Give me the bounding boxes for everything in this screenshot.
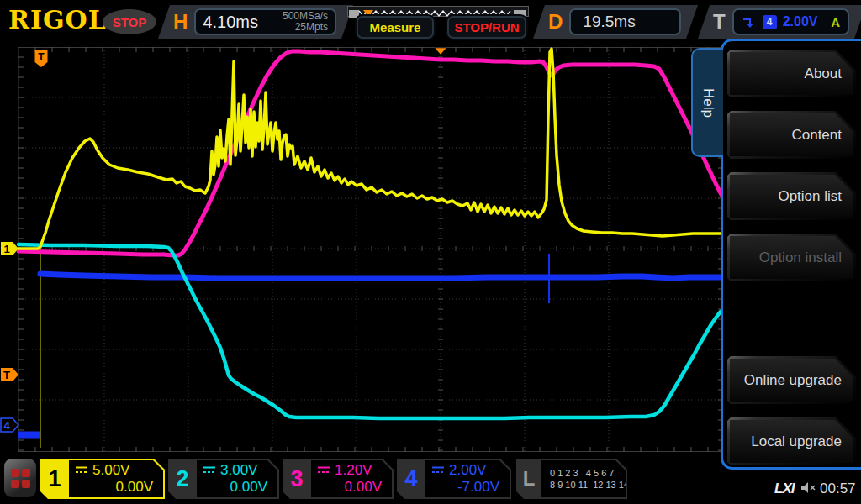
- channel1-scale: 5.00V: [92, 462, 129, 479]
- svg-text:T: T: [38, 51, 45, 63]
- channel4-number: 4: [397, 459, 425, 499]
- logic-channels-box[interactable]: L 0 1 2 3 4 5 6 78 9 10 11 12 13 14 15: [516, 459, 627, 499]
- delay-group[interactable]: D 19.5ms: [533, 5, 698, 39]
- logic-row1: 0 1 2 3 4 5 6 7: [550, 468, 614, 478]
- delay-value: 19.5ms: [583, 13, 635, 31]
- menu-item-option-install[interactable]: Option install: [727, 234, 856, 281]
- horizontal-label: H: [173, 10, 188, 34]
- measure-button[interactable]: Measure: [357, 16, 434, 39]
- channel3-scale: 1.20V: [335, 462, 372, 479]
- channel2-offset: 0.00V: [197, 479, 277, 496]
- channel2-number: 2: [168, 459, 197, 499]
- help-tab[interactable]: Help: [691, 48, 723, 157]
- svg-text:1: 1: [3, 243, 9, 255]
- oscilloscope-screen: RIGOL STOP H 4.10ms 500MSa/s25Mpts Measu…: [0, 0, 861, 504]
- channel3-box[interactable]: 3 1.20V 0.00V: [283, 459, 394, 499]
- rigol-logo: RIGOL: [8, 5, 107, 34]
- svg-text:4: 4: [3, 419, 10, 432]
- speaker-muted-icon: [800, 481, 817, 495]
- trigger-mode: A: [831, 15, 840, 29]
- dc-coupling-icon: [75, 465, 88, 475]
- trigger-group[interactable]: T 4 2.00V A: [698, 5, 861, 39]
- menu-item-online-upgrade[interactable]: Online upgrade: [727, 356, 856, 404]
- channel4-offset: -7.00V: [425, 479, 510, 496]
- trigger-level: 2.00V: [783, 14, 818, 29]
- clock: 00:57: [820, 480, 856, 497]
- squares-icon: [11, 469, 30, 488]
- run-state-badge: STOP: [103, 9, 156, 34]
- trigger-label: T: [713, 10, 726, 34]
- menu-item-option-list[interactable]: Option list: [727, 172, 856, 220]
- channel1-offset: 0.00V: [69, 479, 163, 496]
- waveform-display[interactable]: 1T4T: [0, 47, 723, 452]
- trigger-source-badge: 4: [763, 15, 777, 29]
- stop-run-button[interactable]: STOP/RUN: [447, 16, 526, 39]
- sample-rate: 500MSa/s25Mpts: [283, 11, 328, 33]
- channel2-box[interactable]: 2 3.00V 0.00V: [168, 459, 279, 499]
- timebase-value: 4.10ms: [203, 13, 258, 32]
- dc-coupling-icon: [317, 465, 330, 475]
- falling-edge-icon: [742, 16, 757, 29]
- dc-coupling-icon: [431, 465, 445, 475]
- delay-label: D: [548, 10, 563, 34]
- quick-menu-button[interactable]: [4, 459, 36, 497]
- lxi-logo: LXI: [774, 480, 794, 497]
- svg-text:T: T: [3, 369, 10, 381]
- channel2-scale: 3.00V: [220, 462, 257, 479]
- channel1-number: 1: [40, 459, 69, 499]
- horizontal-group[interactable]: H 4.10ms 500MSa/s25Mpts: [158, 5, 353, 39]
- menu-item-content[interactable]: Content: [727, 111, 856, 159]
- dc-coupling-icon: [203, 465, 216, 475]
- channel4-box[interactable]: 4 2.00V -7.00V: [397, 459, 511, 499]
- channel1-box[interactable]: 1 5.00V 0.00V: [40, 459, 165, 499]
- logic-label: L: [516, 459, 541, 499]
- channel3-offset: 0.00V: [311, 479, 392, 496]
- channel3-number: 3: [283, 459, 311, 499]
- channel4-scale: 2.00V: [449, 462, 486, 479]
- logic-row2: 8 9 10 11 12 13 14 15: [550, 480, 642, 490]
- menu-item-about[interactable]: About: [727, 50, 856, 97]
- menu-item-local-upgrade[interactable]: Local upgrade: [727, 417, 856, 465]
